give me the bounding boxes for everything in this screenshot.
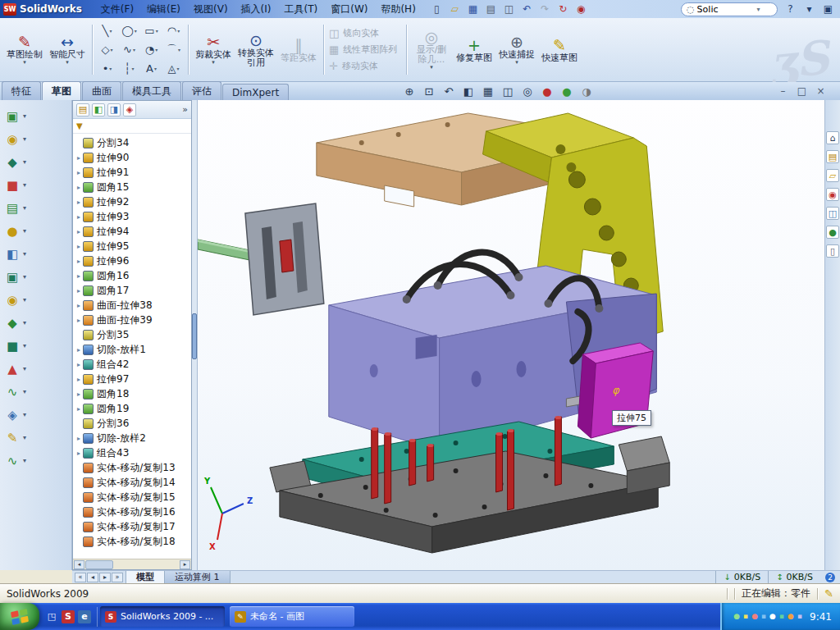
- expander-icon[interactable]: ▸: [75, 243, 83, 250]
- tree-item[interactable]: 分割34: [75, 135, 191, 150]
- expander-icon[interactable]: ▸: [75, 450, 83, 457]
- menu-view[interactable]: 视图(V): [187, 1, 235, 18]
- rapid-sketch-button[interactable]: ✎ 快速草图: [538, 21, 581, 79]
- expander-icon[interactable]: ▸: [75, 376, 83, 383]
- tab-features[interactable]: 特征: [2, 81, 41, 100]
- appearances-icon[interactable]: ●: [826, 226, 839, 239]
- tool-flyout[interactable]: ▲ ▾: [4, 358, 67, 380]
- menu-insert[interactable]: 插入(I): [235, 1, 278, 18]
- tab-motion-study[interactable]: 运动算例 1: [165, 571, 231, 583]
- tool-flyout[interactable]: ∿ ▾: [4, 381, 67, 403]
- tool-flyout[interactable]: ● ▾: [4, 220, 67, 242]
- line-icon[interactable]: ╲▾: [96, 21, 118, 40]
- tree-item[interactable]: ▸ 拉伸96: [75, 253, 191, 268]
- file-explorer-icon[interactable]: ▱: [826, 169, 839, 182]
- tree-item[interactable]: ▸ 拉伸94: [75, 224, 191, 239]
- tool-flyout[interactable]: ∿ ▾: [4, 450, 67, 472]
- tool-flyout[interactable]: ◈ ▾: [4, 404, 67, 426]
- tab-evaluate[interactable]: 评估: [182, 81, 221, 100]
- point-icon[interactable]: •▾: [96, 59, 118, 78]
- options-icon[interactable]: ◉: [573, 2, 590, 16]
- tab-scroll-icon[interactable]: «: [75, 573, 86, 582]
- rebuild-icon[interactable]: ↻: [555, 2, 572, 16]
- tree-item[interactable]: 实体-移动/复制15: [75, 490, 191, 504]
- configurationmanager-icon[interactable]: ◨: [107, 103, 121, 116]
- arc-icon[interactable]: ◠▾: [162, 21, 185, 40]
- tree-item[interactable]: ▸ 拉伸90: [75, 150, 191, 165]
- sketch-fillet-icon[interactable]: ⌒▾: [162, 40, 185, 59]
- tab-surfaces[interactable]: 曲面: [82, 81, 121, 100]
- repair-sketch-button[interactable]: + 修复草图: [453, 21, 495, 79]
- sketch-button[interactable]: ✎ 草图绘制 ▾: [3, 21, 46, 79]
- close-button[interactable]: ×: [815, 85, 827, 97]
- quick-snaps-button[interactable]: ⊕ 快速捕捉 ▾: [495, 21, 538, 79]
- hide-show-items-icon[interactable]: ◎: [518, 84, 536, 98]
- tree-item[interactable]: 实体-移动/复制14: [75, 475, 191, 490]
- tree-item[interactable]: 分割35: [75, 327, 191, 342]
- tab-scroll-icon[interactable]: ▸: [99, 573, 111, 582]
- scroll-right-icon[interactable]: ▸: [180, 560, 190, 569]
- propertymanager-icon[interactable]: ◧: [92, 103, 105, 116]
- tree-item[interactable]: ▸ 圆角16: [75, 268, 191, 283]
- expander-icon[interactable]: ▸: [75, 287, 83, 294]
- tool-flyout[interactable]: ▤ ▾: [4, 197, 67, 219]
- tree-item[interactable]: 实体-移动/复制18: [75, 534, 191, 549]
- model-3d-view[interactable]: φ: [198, 100, 824, 570]
- tray-icon[interactable]: ▪: [779, 613, 784, 620]
- search-icon[interactable]: ◉: [826, 188, 839, 201]
- expander-icon[interactable]: ▸: [75, 169, 83, 176]
- tab-mold-tools[interactable]: 模具工具: [122, 81, 181, 100]
- expander-icon[interactable]: ▸: [75, 435, 83, 442]
- display-style-icon[interactable]: ◫: [499, 84, 517, 98]
- previous-view-icon[interactable]: ↶: [440, 84, 458, 98]
- menu-window[interactable]: 窗口(W): [324, 1, 374, 18]
- tree-item[interactable]: ▸ 曲面-拉伸39: [75, 313, 191, 327]
- view-orientation-icon[interactable]: ▦: [479, 84, 497, 98]
- tree-item[interactable]: 实体-移动/复制17: [75, 519, 191, 534]
- centerline-icon[interactable]: ┆▾: [118, 59, 140, 78]
- tree-item[interactable]: ▸ 拉伸95: [75, 239, 191, 253]
- restore-button[interactable]: □: [796, 85, 808, 97]
- tool-flyout[interactable]: ◆ ▾: [4, 312, 67, 334]
- mirror-sketch-icon[interactable]: ◬▾: [162, 59, 185, 78]
- rectangle-icon[interactable]: ▭▾: [140, 21, 162, 40]
- expander-icon[interactable]: ▸: [75, 272, 83, 280]
- search-dropdown-icon[interactable]: ▾: [757, 6, 760, 13]
- expander-icon[interactable]: ▸: [75, 213, 83, 221]
- open-document-icon[interactable]: ▱: [446, 2, 463, 16]
- redo-icon[interactable]: ↷: [536, 2, 554, 16]
- expander-icon[interactable]: ▸: [75, 361, 83, 368]
- expander-icon[interactable]: ▸: [75, 154, 83, 162]
- tray-icon[interactable]: ▪: [797, 613, 802, 620]
- show-desktop-icon[interactable]: ◳: [45, 610, 58, 623]
- edit-appearance-icon[interactable]: ●: [538, 84, 556, 98]
- expander-icon[interactable]: ▸: [75, 405, 83, 413]
- tool-flyout[interactable]: ◉ ▾: [4, 289, 67, 311]
- fullscreen-icon[interactable]: ▣: [819, 2, 837, 16]
- smart-dimension-button[interactable]: ↔ 智能尺寸 ▾: [46, 21, 89, 79]
- spline-icon[interactable]: ∿▾: [118, 40, 140, 59]
- search-input[interactable]: [697, 4, 755, 15]
- expander-icon[interactable]: ▸: [75, 184, 83, 191]
- home-icon[interactable]: ⌂: [826, 131, 839, 144]
- tree-item[interactable]: ▸ 切除-放样2: [75, 431, 191, 445]
- tool-flyout[interactable]: ◉ ▾: [4, 128, 67, 150]
- start-button[interactable]: [0, 603, 39, 630]
- tool-flyout[interactable]: ■ ▾: [4, 335, 67, 357]
- expander-icon[interactable]: ▸: [75, 228, 83, 235]
- tree-item[interactable]: 分割36: [75, 416, 191, 431]
- print-preview-icon[interactable]: ◫: [500, 2, 518, 16]
- tree-item[interactable]: ▸ 切除-放样1: [75, 342, 191, 357]
- tool-flyout[interactable]: ◧ ▾: [4, 243, 67, 265]
- expander-icon[interactable]: ▸: [75, 390, 83, 398]
- polygon-icon[interactable]: ◇▾: [96, 40, 118, 59]
- tool-flyout[interactable]: ▣ ▾: [4, 105, 67, 127]
- menu-tools[interactable]: 工具(T): [278, 1, 325, 18]
- trim-entities-button[interactable]: ✂ 剪裁实体 ▾: [192, 21, 235, 79]
- display-delete-relations-button[interactable]: ◎ 显示/删除几... ▾: [410, 21, 453, 79]
- expander-icon[interactable]: ▸: [75, 199, 83, 206]
- help-icon[interactable]: ?: [782, 2, 799, 16]
- tray-icon[interactable]: ●: [769, 613, 776, 620]
- graphics-area[interactable]: φ: [198, 100, 824, 570]
- tree-item[interactable]: ▸ 圆角17: [75, 283, 191, 298]
